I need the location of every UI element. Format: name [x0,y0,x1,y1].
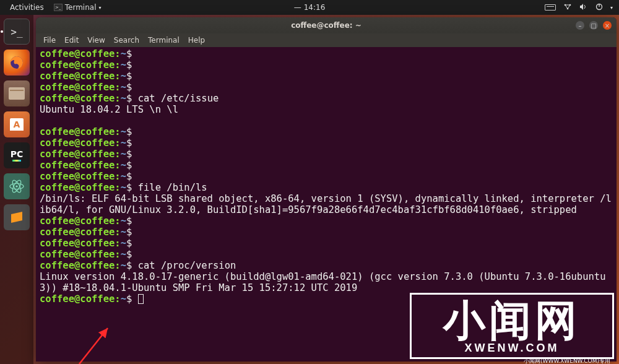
terminal-line: /bin/ls: ELF 64-bit LSB shared object, x… [40,193,613,215]
terminal-line: coffee@coffee:~$ [40,171,613,182]
network-icon [563,3,572,12]
menu-help[interactable]: Help [184,35,209,46]
maximize-button[interactable]: □ [589,21,598,30]
menu-view[interactable]: View [84,35,108,46]
window-titlebar[interactable]: coffee@coffee: ~ – □ × [36,17,617,33]
app-menu[interactable]: >_ Terminal ▾ [50,2,105,13]
terminal-window: coffee@coffee: ~ – □ × File Edit View Se… [36,17,617,362]
pycharm-label: PC [11,150,24,158]
dock-app-pycharm[interactable]: PC [4,142,30,168]
terminal-line: Linux version 4.18.0-17-generic (buildd@… [40,271,613,293]
terminal-line: coffee@coffee:~$ [40,137,613,149]
terminal-line: coffee@coffee:~$ [40,215,613,227]
clock[interactable]: — 14:16 [294,3,326,12]
terminal-line: coffee@coffee:~$ cat /etc/issue [40,93,613,104]
dock: >_ A PC [0,15,33,364]
menu-edit[interactable]: Edit [61,35,82,46]
terminal-line: coffee@coffee:~$ [40,227,613,238]
terminal-line: coffee@coffee:~$ [40,293,613,305]
window-buttons: – □ × [576,21,617,30]
menu-terminal[interactable]: Terminal [144,35,183,46]
cursor [138,294,144,304]
app-menu-label: Terminal [65,3,97,12]
gnome-topbar: Activities >_ Terminal ▾ — 14:16 ▾ [0,0,619,15]
terminal-line: coffee@coffee:~$ [40,126,613,137]
clock-dash: — [294,3,301,12]
status-area[interactable]: ▾ [545,3,619,12]
menu-file[interactable]: File [40,35,59,46]
terminal-line: coffee@coffee:~$ [40,149,613,160]
terminal-icon: >_ [54,4,63,11]
terminal-body[interactable]: coffee@coffee:~$ coffee@coffee:~$ coffee… [36,47,617,362]
chevron-down-icon: ▾ [98,5,101,11]
terminal-line: coffee@coffee:~$ [40,48,613,59]
terminal-line: coffee@coffee:~$ file /bin/ls [40,182,613,193]
running-indicator [1,30,3,33]
menubar: File Edit View Search Terminal Help [36,33,617,47]
menu-search[interactable]: Search [110,35,143,46]
keyboard-indicator-icon [545,4,556,11]
chevron-down-icon: ▾ [610,5,613,11]
terminal-line: coffee@coffee:~$ [40,71,613,82]
topbar-left: Activities >_ Terminal ▾ [0,2,105,13]
dock-app-sublime[interactable] [4,204,30,230]
activities-button[interactable]: Activities [6,2,48,13]
terminal-line: coffee@coffee:~$ [40,238,613,249]
close-button[interactable]: × [603,21,612,30]
terminal-line: Ubuntu 18.04.2 LTS \n \l [40,104,613,115]
dock-app-files[interactable] [4,80,30,106]
terminal-line: coffee@coffee:~$ [40,249,613,260]
window-title: coffee@coffee: ~ [291,21,361,30]
volume-icon [579,3,588,12]
power-icon [595,3,603,12]
dock-app-firefox[interactable] [4,50,30,76]
dock-app-terminal[interactable]: >_ [4,19,30,45]
terminal-line: coffee@coffee:~$ [40,59,613,71]
dock-app-atom[interactable] [4,173,30,199]
terminal-line: coffee@coffee:~$ [40,160,613,171]
dock-app-software[interactable]: A [4,111,30,137]
minimize-button[interactable]: – [576,21,584,30]
terminal-line [40,115,613,126]
terminal-line: coffee@coffee:~$ [40,82,613,93]
clock-time: 14:16 [304,3,326,12]
terminal-line: coffee@coffee:~$ cat /proc/version [40,260,613,271]
svg-point-9 [15,185,17,187]
